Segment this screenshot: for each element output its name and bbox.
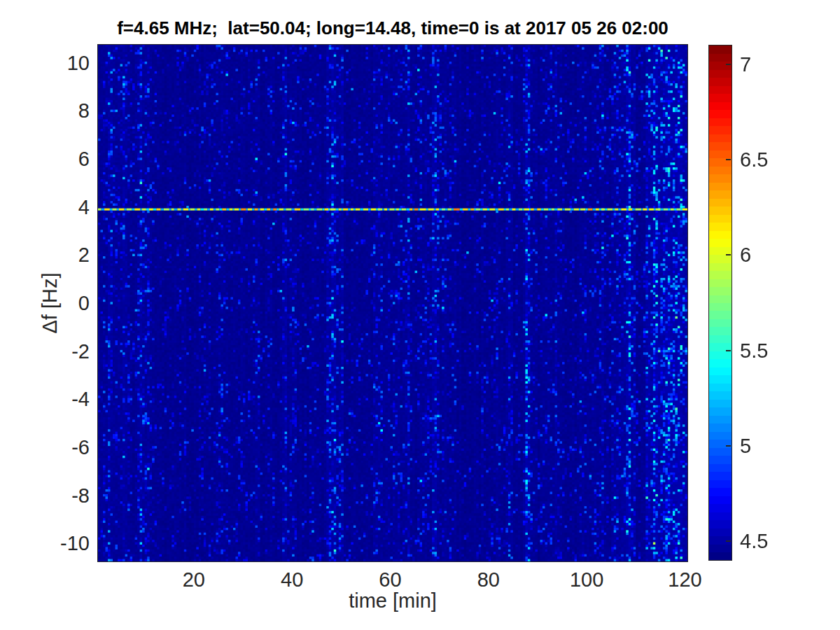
colorbar-tick-mark [726, 159, 731, 160]
y-tick-label: 10 [20, 51, 90, 74]
plot-title: f=4.65 MHz; lat=50.04; long=14.48, time=… [98, 18, 687, 39]
colorbar-tick-label: 5 [740, 434, 751, 457]
x-tick-label: 80 [477, 568, 500, 592]
colorbar-tick-mark [726, 64, 731, 65]
y-tick-label: -8 [20, 484, 90, 507]
y-tick-label: 8 [20, 99, 90, 122]
x-axis-label: time [min] [98, 589, 687, 612]
y-tick-label: -2 [20, 340, 90, 363]
colorbar-tick-mark [726, 350, 731, 351]
y-tick-label: -4 [20, 388, 90, 411]
spectrogram-axes [97, 44, 688, 562]
colorbar-tick-label: 5.5 [740, 339, 768, 362]
colorbar-tick-label: 6 [740, 244, 751, 267]
y-tick-label: 0 [20, 292, 90, 315]
colorbar-tick-label: 6.5 [740, 148, 768, 172]
colorbar-tick-label: 4.5 [740, 529, 768, 552]
colorbar-tick-label: 7 [740, 53, 751, 76]
x-tick-label: 120 [668, 568, 701, 592]
x-tick-label: 40 [281, 568, 303, 592]
colorbar [708, 45, 732, 561]
x-tick-label: 60 [379, 568, 401, 592]
y-tick-label: 6 [20, 148, 90, 171]
colorbar-tick-mark [726, 254, 731, 255]
y-tick-label: 4 [20, 195, 90, 218]
x-tick-label: 100 [570, 568, 603, 592]
y-tick-label: 2 [20, 244, 90, 267]
matlab-figure-window: f=4.65 MHz; lat=50.04; long=14.48, time=… [0, 0, 840, 630]
y-tick-label: -6 [20, 435, 90, 458]
colorbar-tick-mark [726, 445, 731, 447]
y-tick-label: -10 [20, 532, 90, 555]
spectrogram-heatmap [98, 45, 687, 561]
colorbar-gradient [709, 46, 732, 560]
colorbar-tick-mark [726, 540, 731, 542]
x-tick-label: 20 [183, 568, 205, 592]
